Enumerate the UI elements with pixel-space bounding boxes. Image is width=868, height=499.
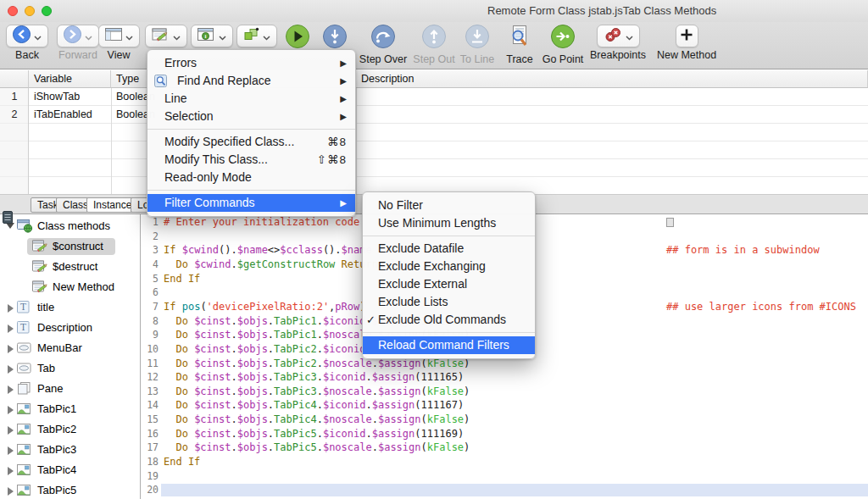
line-number[interactable]: 1 — [141, 215, 159, 230]
line-number[interactable]: 5 — [141, 272, 159, 286]
line-number[interactable]: 10 — [141, 342, 159, 357]
line-number[interactable]: 16 — [141, 427, 159, 441]
chevron-down-icon — [85, 29, 92, 44]
tree-item-tabpic5[interactable]: TabPic5 — [0, 480, 140, 499]
tree-item-construct[interactable]: $construct — [0, 236, 140, 257]
step-over-button[interactable]: Step Over — [359, 25, 408, 65]
line-number[interactable]: 8 — [141, 314, 159, 329]
code-line-12[interactable]: 12 Do $cinst.$objs.TabPic3.$iconid.$assi… — [141, 370, 868, 385]
triangle-collapsed-icon[interactable] — [8, 345, 14, 353]
line-number[interactable]: 3 — [141, 243, 159, 258]
triangle-collapsed-icon[interactable] — [8, 324, 14, 333]
trace-button[interactable]: Trace — [501, 25, 538, 65]
method-list-icon[interactable] — [3, 211, 13, 227]
tree-item-class-methods[interactable]: Class methods — [0, 216, 140, 236]
menu-item-modify-this-class[interactable]: Modify This Class...⇧⌘8 — [147, 151, 355, 169]
tree-item-tab[interactable]: Tab — [0, 358, 140, 379]
close-window-button[interactable] — [8, 6, 18, 16]
line-number[interactable]: 17 — [141, 441, 159, 455]
menu-item-exclude-lists[interactable]: Exclude Lists — [363, 293, 535, 311]
line-number[interactable]: 18 — [141, 455, 159, 469]
menu-item-selection[interactable]: Selection▶ — [147, 108, 355, 125]
variable-name-cell[interactable]: iShowTab — [34, 88, 80, 106]
triangle-collapsed-icon[interactable] — [8, 426, 14, 435]
line-number[interactable]: 9 — [141, 328, 159, 342]
code-line-15[interactable]: 15 Do $cinst.$objs.TabPic4.$noscale.$ass… — [141, 413, 868, 427]
new-method-button[interactable]: New Method — [654, 25, 719, 61]
tree-item-destruct[interactable]: $destruct — [0, 257, 140, 277]
menu-item-errors[interactable]: Errors▶ — [147, 54, 355, 72]
triangle-collapsed-icon[interactable] — [8, 385, 14, 394]
tree-item-tabpic3[interactable]: TabPic3 — [0, 440, 140, 460]
tree-item-new-method[interactable]: New Method — [0, 277, 140, 297]
tree-item-tabpic4[interactable]: TabPic4 — [0, 460, 140, 480]
triangle-collapsed-icon[interactable] — [8, 487, 14, 496]
picture-object-icon — [17, 443, 31, 458]
line-number[interactable]: 6 — [141, 286, 159, 300]
menu-item-exclude-exchanging[interactable]: Exclude Exchanging — [363, 258, 535, 275]
menu-item-exclude-old-commands[interactable]: ✓Exclude Old Commands — [363, 311, 535, 329]
triangle-collapsed-icon[interactable] — [8, 467, 14, 475]
zoom-window-button[interactable] — [42, 6, 52, 16]
forward-button[interactable]: Forward — [54, 25, 102, 61]
code-line-13[interactable]: 13 Do $cinst.$objs.TabPic3.$noscale.$ass… — [141, 385, 868, 399]
line-number[interactable]: 7 — [141, 300, 159, 314]
triangle-collapsed-icon[interactable] — [8, 304, 14, 313]
line-number[interactable]: 20 — [141, 483, 159, 497]
description-column-header[interactable]: Description — [356, 70, 868, 88]
variables-rows: 1iShowTabBoolean2iTabEnabledBoolean — [0, 88, 868, 194]
line-number[interactable]: 19 — [141, 469, 159, 484]
code-line-20[interactable]: 20 — [141, 483, 868, 497]
breakpoints-button[interactable]: Breakpoints — [588, 25, 648, 61]
code-line-18[interactable]: 18End If — [141, 455, 868, 469]
info-window-button[interactable]: i — [191, 25, 231, 47]
line-number[interactable]: 4 — [141, 258, 159, 272]
line-number[interactable]: 12 — [141, 370, 159, 385]
menu-item-reload-command-filters[interactable]: Reload Command Filters — [363, 336, 535, 354]
code-line-16[interactable]: 16 Do $cinst.$objs.TabPic5.$iconid.$assi… — [141, 427, 868, 441]
tree-item-menubar[interactable]: MenuBar — [0, 338, 140, 358]
menu-item-read-only-mode[interactable]: Read-only Mode — [147, 169, 355, 186]
tree-item-tabpic2[interactable]: TabPic2 — [0, 419, 140, 440]
line-number[interactable]: 11 — [141, 357, 159, 371]
variable-column-header[interactable]: Variable — [29, 70, 111, 88]
triangle-collapsed-icon[interactable] — [8, 365, 14, 374]
menu-item-line[interactable]: Line▶ — [147, 90, 355, 108]
line-number[interactable]: 14 — [141, 398, 159, 413]
triangle-collapsed-icon[interactable] — [8, 406, 14, 414]
step-in-button[interactable] — [318, 25, 352, 52]
menu-item-exclude-external[interactable]: Exclude External — [363, 275, 535, 293]
tree-item-description[interactable]: TDescription — [0, 318, 140, 338]
line-number[interactable]: 13 — [141, 385, 159, 399]
line-number[interactable]: 2 — [141, 230, 159, 244]
text-object-icon: T — [17, 301, 30, 317]
menu-item-modify-specified-class[interactable]: Modify Specified Class...⌘8 — [147, 133, 355, 151]
menu-item-filter-commands[interactable]: Filter Commands▶ — [147, 194, 355, 212]
code-line-14[interactable]: 14 Do $cinst.$objs.TabPic4.$iconid.$assi… — [141, 398, 868, 413]
tree-item-title[interactable]: Ttitle — [0, 297, 140, 318]
minimize-window-button[interactable] — [25, 6, 35, 16]
view-button[interactable]: View — [98, 25, 139, 61]
to-line-button[interactable]: To Line — [455, 25, 499, 65]
modify-menu-button[interactable] — [145, 25, 186, 47]
code-line-17[interactable]: 17 Do $cinst.$objs.TabPic5.$noscale.$ass… — [141, 441, 868, 455]
step-out-button[interactable]: Step Out — [413, 25, 455, 65]
go-point-button[interactable]: Go Point — [540, 25, 586, 65]
tree-item-tabpic1[interactable]: TabPic1 — [0, 399, 140, 419]
run-button[interactable] — [281, 25, 314, 52]
info-window-icon: i — [198, 28, 215, 45]
code-line-19[interactable]: 19 — [141, 469, 868, 484]
menu-item-label: Find And Replace — [177, 74, 271, 87]
menu-item-label: Selection — [164, 109, 214, 123]
triangle-collapsed-icon[interactable] — [8, 446, 14, 455]
menu-item-no-filter[interactable]: No Filter — [363, 197, 535, 214]
line-number[interactable]: 15 — [141, 413, 159, 427]
variable-name-cell[interactable]: iTabEnabled — [34, 106, 92, 124]
class-objects-button[interactable] — [236, 25, 277, 47]
menu-item-use-minimum-lengths[interactable]: Use Minimum Lengths — [363, 214, 535, 232]
view-window-icon — [105, 28, 122, 44]
back-button[interactable]: Back — [5, 25, 49, 61]
tree-item-pane[interactable]: Pane — [0, 379, 140, 399]
menu-item-find-and-replace[interactable]: Find And Replace▶ — [147, 72, 355, 90]
menu-item-exclude-datafile[interactable]: Exclude Datafile — [363, 240, 535, 258]
